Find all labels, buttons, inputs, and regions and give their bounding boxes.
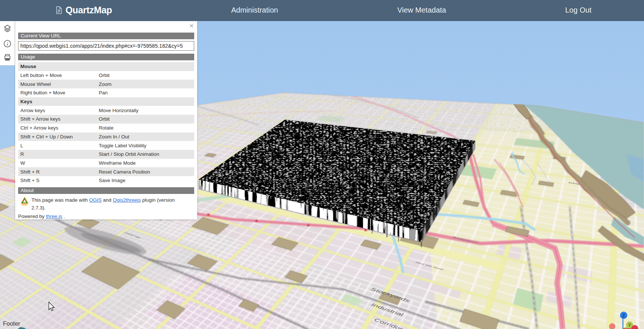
svg-text:Z: Z [622,313,625,318]
svg-text:Y: Y [628,323,631,328]
